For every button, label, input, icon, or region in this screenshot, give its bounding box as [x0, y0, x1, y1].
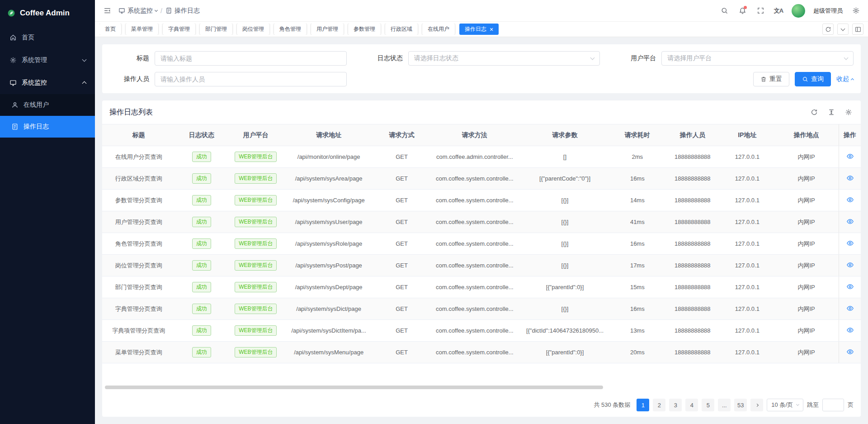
breadcrumb: 系统监控 / 操作日志	[118, 7, 200, 15]
operator-input[interactable]	[160, 76, 341, 83]
layout-panel-icon[interactable]	[852, 24, 863, 35]
jump-page-input[interactable]	[822, 399, 844, 411]
sidebar-item-system-management[interactable]: 系统管理	[0, 49, 95, 71]
pagination-page-4[interactable]: 4	[685, 399, 698, 411]
pagination-page-3[interactable]: 3	[669, 399, 682, 411]
view-detail-eye-icon[interactable]	[846, 218, 854, 225]
chevron-down-icon	[844, 56, 849, 60]
search-button[interactable]: 查询	[795, 72, 831, 86]
tab-6[interactable]: 角色管理	[274, 24, 307, 35]
view-detail-eye-icon[interactable]	[846, 348, 854, 356]
fullscreen-icon[interactable]	[755, 6, 765, 16]
cell-operator: 18888888888	[665, 190, 720, 211]
refresh-icon[interactable]	[809, 107, 819, 117]
sidebar-item-label: 系统监控	[22, 79, 78, 87]
pagination-next-button[interactable]	[750, 399, 763, 411]
collapse-label: 收起	[836, 75, 849, 83]
breadcrumb-item-system-monitor[interactable]: 系统监控	[118, 7, 157, 15]
search-icon	[802, 76, 808, 82]
column-header: IP地址	[720, 124, 774, 146]
notification-bell-icon[interactable]	[737, 6, 747, 16]
tab-9[interactable]: 行政区域	[385, 24, 418, 35]
sidebar-item-online-users[interactable]: 在线用户	[0, 94, 95, 116]
monitor-icon	[9, 79, 17, 87]
pagination-more[interactable]: ...	[718, 399, 731, 411]
view-detail-eye-icon[interactable]	[846, 283, 854, 291]
tab-5[interactable]: 岗位管理	[237, 24, 269, 35]
avatar[interactable]	[792, 4, 805, 18]
cell-location: 内网IP	[774, 190, 839, 211]
status-badge: 成功	[192, 325, 211, 336]
settings-gear-icon[interactable]	[851, 6, 861, 16]
sidebar-item-operation-log[interactable]: 操作日志	[0, 116, 95, 138]
user-icon	[11, 101, 19, 109]
tab-10[interactable]: 在线用户	[422, 24, 455, 35]
pagination-page-2[interactable]: 2	[653, 399, 665, 411]
filter-actions: 重置 查询 收起	[616, 72, 854, 86]
status-badge: 成功	[192, 282, 211, 292]
horizontal-scrollbar-thumb[interactable]	[105, 386, 603, 389]
column-header: 用户平台	[228, 124, 283, 146]
view-detail-eye-icon[interactable]	[846, 326, 854, 334]
view-detail-eye-icon[interactable]	[846, 196, 854, 204]
cell-operator: 18888888888	[665, 276, 720, 298]
view-detail-eye-icon[interactable]	[846, 174, 854, 182]
view-detail-eye-icon[interactable]	[846, 261, 854, 269]
cell-duration: 16ms	[610, 298, 665, 320]
tab-7[interactable]: 用户管理	[311, 24, 344, 35]
view-detail-eye-icon[interactable]	[846, 152, 854, 160]
sidebar-item-home[interactable]: 首页	[0, 26, 95, 49]
cell-actions	[839, 255, 861, 276]
sidebar-collapse-icon[interactable]	[102, 6, 112, 16]
platform-badge: WEB管理后台	[235, 173, 277, 184]
translate-icon[interactable]: 文A	[774, 6, 783, 16]
sidebar-item-system-monitor[interactable]: 系统监控	[0, 71, 95, 94]
tab-label: 首页	[105, 25, 116, 33]
cell-location: 内网IP	[774, 276, 839, 298]
log-status-select[interactable]: 请选择日志状态	[408, 51, 600, 66]
username[interactable]: 超级管理员	[813, 7, 843, 15]
tab-3[interactable]: 字典管理	[163, 24, 195, 35]
cell-actions	[839, 146, 861, 168]
tab-2[interactable]: 菜单管理	[126, 24, 158, 35]
column-header: 操作	[839, 124, 861, 146]
tab-8[interactable]: 参数管理	[348, 24, 381, 35]
tab-menu-chevron-down-icon[interactable]	[837, 24, 849, 35]
cell-title: 菜单管理分页查询	[102, 342, 175, 363]
platform-select[interactable]: 请选择用户平台	[661, 51, 854, 66]
row-density-icon[interactable]	[826, 107, 836, 117]
collapse-link[interactable]: 收起	[836, 75, 854, 83]
pagination-page-1[interactable]: 1	[637, 399, 649, 411]
jump-label: 跳至	[807, 401, 819, 409]
cell-ip: 127.0.0.1	[720, 320, 774, 342]
pagination-page-53[interactable]: 53	[734, 399, 747, 411]
app-logo-icon	[7, 9, 15, 17]
title-input[interactable]	[160, 55, 341, 62]
cell-title: 角色管理分页查询	[102, 233, 175, 255]
view-detail-eye-icon[interactable]	[846, 239, 854, 247]
refresh-icon[interactable]	[822, 24, 834, 35]
tab-close-icon[interactable]: ×	[490, 26, 493, 33]
page-size-select[interactable]: 10 条/页	[767, 399, 803, 411]
table-row: 用户管理分页查询成功WEB管理后台/api/system/sysUser/pag…	[102, 211, 861, 233]
search-icon[interactable]	[719, 6, 729, 16]
view-detail-eye-icon[interactable]	[846, 305, 854, 312]
status-badge: 成功	[192, 217, 211, 227]
reset-button[interactable]: 重置	[753, 72, 789, 86]
operation-log-table: 标题日志状态用户平台请求地址请求方式请求方法请求参数请求耗时操作人员IP地址操作…	[102, 124, 861, 363]
title-label: 标题	[109, 54, 149, 62]
pagination-page-5[interactable]: 5	[702, 399, 714, 411]
cell-operator: 18888888888	[665, 255, 720, 276]
cell-actions	[839, 190, 861, 211]
platform-badge: WEB管理后台	[235, 325, 277, 336]
tab-1[interactable]: 首页	[99, 24, 121, 35]
topbar-actions: 文A 超级管理员	[719, 4, 861, 18]
platform-badge: WEB管理后台	[235, 347, 277, 357]
tab-4[interactable]: 部门管理	[200, 24, 232, 35]
platform-badge: WEB管理后台	[228, 146, 283, 168]
tab-11-active[interactable]: 操作日志×	[459, 24, 499, 35]
cell-params: []	[520, 146, 610, 168]
tab-bar: 首页菜单管理字典管理部门管理岗位管理角色管理用户管理参数管理行政区域在线用户操作…	[95, 22, 868, 37]
column-settings-gear-icon[interactable]	[844, 107, 854, 117]
tab-list: 首页菜单管理字典管理部门管理岗位管理角色管理用户管理参数管理行政区域在线用户操作…	[99, 24, 818, 35]
